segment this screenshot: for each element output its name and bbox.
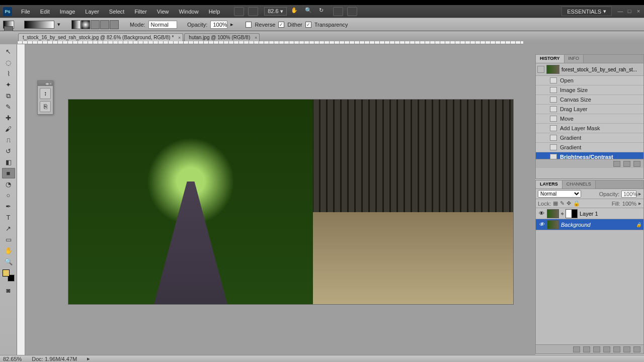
document-tab[interactable]: hutan.jpg @ 100% (RGB/8)× (184, 33, 260, 41)
zoom-tool-icon[interactable]: 🔍 (305, 7, 315, 16)
zoom-level[interactable]: 82.6 ▾ (264, 7, 286, 16)
pen-tool[interactable]: ✒ (2, 201, 15, 212)
path-tool[interactable]: ↗ (2, 223, 15, 234)
hand-tool[interactable]: ✋ (2, 245, 15, 256)
adjustment-layer-icon[interactable] (603, 346, 610, 352)
blend-mode-select[interactable]: Normal (148, 21, 177, 29)
minimize-button[interactable]: — (617, 8, 624, 15)
history-item[interactable]: Canvas Size (536, 95, 643, 105)
history-item[interactable]: Open (536, 76, 643, 85)
wand-tool[interactable]: ✦ (2, 79, 15, 90)
document-tab[interactable]: t_stock_16_by_sed_rah_stock.jpg @ 82.6% … (18, 33, 183, 41)
layer-mask-icon[interactable] (593, 346, 600, 352)
fill-input[interactable]: 100% (622, 201, 636, 207)
blur-tool[interactable]: ◔ (2, 179, 15, 190)
menu-image[interactable]: Image (55, 7, 80, 17)
delete-layer-icon[interactable] (633, 346, 640, 352)
preset-icon-2[interactable]: ⎘ (40, 101, 51, 112)
menu-window[interactable]: Window (174, 7, 204, 17)
tab-history[interactable]: HISTORY (536, 55, 565, 63)
history-item[interactable]: Move (536, 114, 643, 124)
history-item[interactable]: Gradient (536, 143, 643, 152)
menu-help[interactable]: Help (204, 7, 225, 17)
fg-color-swatch[interactable] (3, 269, 10, 277)
delete-state-icon[interactable] (633, 161, 640, 167)
eraser-tool[interactable]: ◧ (2, 157, 15, 167)
dodge-tool[interactable]: ○ (2, 190, 15, 201)
history-brush-tool[interactable]: ↺ (2, 146, 15, 156)
layer-blend-select[interactable]: Normal (538, 190, 581, 198)
heal-tool[interactable]: ✚ (2, 113, 15, 123)
create-snapshot-icon[interactable] (623, 161, 630, 167)
extras-icon[interactable] (333, 7, 343, 16)
lasso-tool[interactable]: ⌇ (2, 68, 15, 79)
layer-opacity-input[interactable]: 100% (621, 191, 636, 198)
canvas-area[interactable] (25, 44, 523, 355)
menu-view[interactable]: View (152, 7, 174, 17)
history-item[interactable]: Gradient (536, 133, 643, 143)
maximize-button[interactable]: □ (626, 8, 633, 15)
history-item[interactable]: Drag Layer (536, 105, 643, 114)
menu-edit[interactable]: Edit (35, 7, 55, 17)
history-doc-thumb[interactable] (546, 65, 559, 74)
reflected-gradient-icon[interactable] (100, 20, 109, 29)
visibility-icon[interactable]: 👁 (538, 221, 545, 228)
close-button[interactable]: × (635, 8, 642, 15)
reverse-checkbox[interactable] (246, 22, 252, 28)
lock-transparent-icon[interactable]: ▦ (553, 200, 558, 207)
linear-gradient-icon[interactable] (71, 20, 80, 29)
type-tool[interactable]: T (2, 212, 15, 223)
brush-tool[interactable]: 🖌 (2, 124, 15, 134)
tab-info[interactable]: INFO (565, 55, 584, 63)
zoom-tool[interactable]: 🔍 (2, 256, 15, 267)
lock-all-icon[interactable]: 🔒 (573, 200, 580, 207)
menu-file[interactable]: File (16, 7, 35, 17)
panel-close-icon[interactable]: × (49, 81, 52, 86)
history-item[interactable]: Image Size (536, 85, 643, 95)
gradient-preview[interactable] (24, 21, 54, 29)
hand-tool-icon[interactable]: ✋ (291, 7, 301, 16)
layer-group-icon[interactable] (613, 346, 620, 352)
gradient-tool[interactable]: ■ (2, 168, 15, 178)
layer-row[interactable]: 👁Background🔒 (536, 219, 643, 230)
move-tool[interactable]: ↖ (2, 46, 15, 57)
history-item[interactable]: Add Layer Mask (536, 124, 643, 133)
stamp-tool[interactable]: ⎍ (2, 135, 15, 145)
menu-layer[interactable]: Layer (80, 7, 104, 17)
snapshot-icon[interactable] (537, 66, 544, 73)
new-layer-icon[interactable] (623, 346, 630, 352)
lock-paint-icon[interactable]: ✎ (560, 200, 565, 207)
diamond-gradient-icon[interactable] (110, 20, 119, 29)
extras2-icon[interactable] (347, 7, 357, 16)
transparency-checkbox[interactable]: ✓ (305, 22, 311, 28)
close-tab-icon[interactable]: × (255, 35, 257, 40)
document-canvas[interactable] (68, 100, 513, 304)
radial-gradient-icon[interactable] (81, 20, 90, 29)
status-zoom[interactable]: 82.65% (3, 356, 22, 362)
tab-channels[interactable]: CHANNELS (562, 180, 596, 189)
color-swatches[interactable] (3, 269, 15, 282)
arrange-docs-icon[interactable] (248, 7, 258, 16)
menu-filter[interactable]: Filter (129, 7, 151, 17)
eyedropper-tool[interactable]: ✎ (2, 102, 15, 112)
lock-move-icon[interactable]: ✥ (567, 200, 571, 207)
opacity-input[interactable]: 100% (210, 21, 227, 29)
quickmask-icon[interactable]: ◙ (2, 285, 15, 296)
rotate-view-icon[interactable]: ↻ (319, 7, 329, 16)
visibility-icon[interactable]: 👁 (538, 210, 545, 217)
menu-select[interactable]: Select (104, 7, 130, 17)
create-doc-icon[interactable] (613, 161, 620, 167)
angle-gradient-icon[interactable] (91, 20, 100, 29)
tab-layers[interactable]: LAYERS (536, 180, 562, 189)
dither-checkbox[interactable]: ✓ (278, 22, 284, 28)
panel-collapse-icon[interactable]: ◂▸ (45, 81, 49, 86)
layer-row[interactable]: 👁⎆Layer 1 (536, 208, 643, 219)
preset-icon-1[interactable]: ↕ (40, 88, 51, 99)
shape-tool[interactable]: ▭ (2, 234, 15, 245)
floating-tool-preset-panel[interactable]: ◂▸× ↕ ⎘ (37, 80, 53, 115)
layer-style-icon[interactable] (583, 346, 590, 352)
history-item[interactable]: Brightness/Contrast (536, 152, 643, 159)
crop-tool[interactable]: ⧉ (2, 90, 15, 101)
workspace-switcher[interactable]: ESSENTIALS ▾ (561, 7, 612, 16)
link-layers-icon[interactable] (573, 346, 580, 352)
